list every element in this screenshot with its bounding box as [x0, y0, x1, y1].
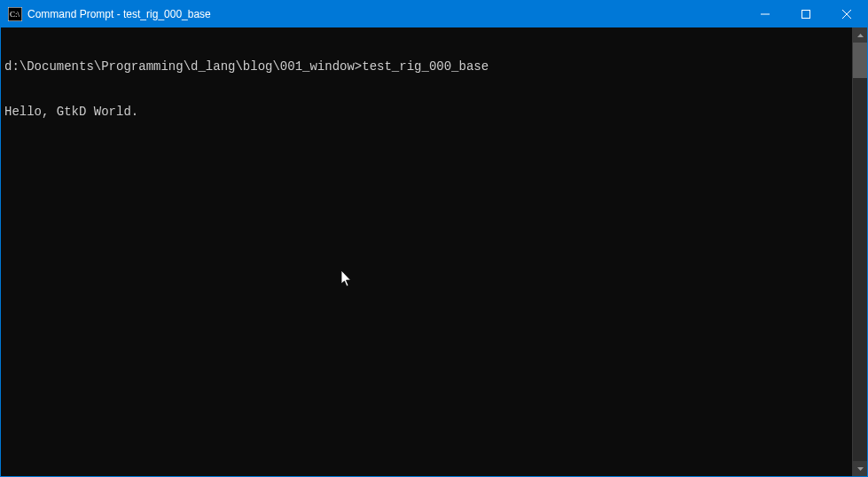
chevron-up-icon	[857, 34, 864, 37]
scrollbar-track[interactable]	[853, 43, 867, 461]
terminal-line: Hello, GtkD World.	[4, 105, 852, 120]
maximize-button[interactable]	[786, 1, 826, 27]
window-title: Command Prompt - test_rig_000_base	[27, 8, 745, 20]
scrollbar-thumb[interactable]	[853, 43, 867, 78]
terminal-line: d:\Documents\Programming\d_lang\blog\001…	[4, 59, 852, 74]
scroll-up-button[interactable]	[853, 27, 867, 43]
chevron-down-icon	[857, 467, 864, 471]
svg-marker-7	[857, 467, 864, 471]
output-text: Hello, GtkD World.	[4, 105, 138, 119]
command-prompt-window: C:\ Command Prompt - test_rig_000_base	[0, 0, 868, 477]
vertical-scrollbar[interactable]	[852, 27, 867, 476]
terminal-output[interactable]: d:\Documents\Programming\d_lang\blog\001…	[1, 27, 852, 476]
window-controls	[745, 1, 867, 27]
minimize-button[interactable]	[745, 1, 786, 27]
titlebar[interactable]: C:\ Command Prompt - test_rig_000_base	[1, 1, 867, 27]
scroll-down-button[interactable]	[853, 461, 867, 476]
prompt-path: d:\Documents\Programming\d_lang\blog\001…	[4, 59, 362, 74]
command-text: test_rig_000_base	[362, 59, 489, 74]
svg-marker-6	[857, 34, 864, 37]
close-button[interactable]	[826, 1, 867, 27]
client-area: d:\Documents\Programming\d_lang\blog\001…	[1, 27, 867, 476]
svg-rect-3	[802, 11, 810, 19]
cmd-icon: C:\	[8, 7, 22, 21]
svg-text:C:\: C:\	[10, 10, 20, 19]
